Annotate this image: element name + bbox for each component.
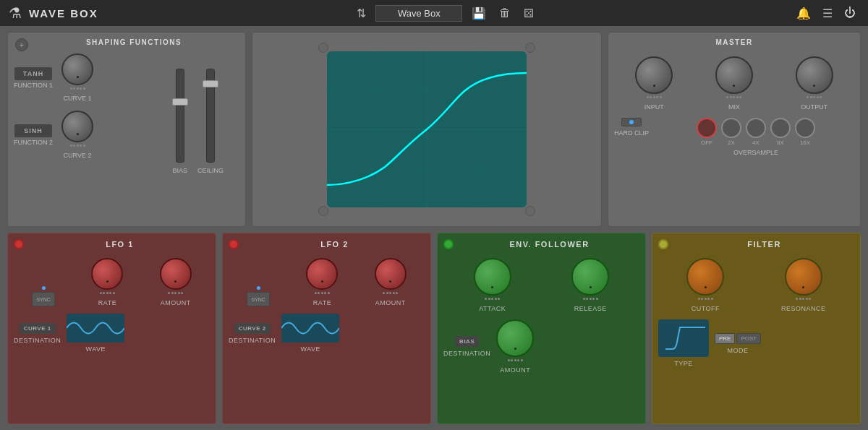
filter-resonance-label: RESONANCE bbox=[781, 305, 826, 312]
ceiling-label: CEILING bbox=[197, 167, 224, 174]
lfo1-sync-col: SYNC SYNC bbox=[32, 286, 55, 306]
lfo2-sync-button[interactable]: SYNC bbox=[247, 292, 270, 306]
filter-knobs-row: CUTOFF RESONANCE bbox=[658, 255, 854, 315]
input-arc bbox=[635, 96, 673, 102]
preset-updown-button[interactable]: ⇅ bbox=[353, 5, 370, 22]
filter-header: FILTER bbox=[658, 239, 854, 249]
filter-mode-pre-button[interactable]: PRE bbox=[715, 333, 735, 344]
env-bias-button[interactable]: BIAS bbox=[455, 336, 479, 347]
hard-clip-section: HARD CLIP bbox=[614, 118, 649, 156]
lfo1-sync-button[interactable]: SYNC bbox=[32, 292, 55, 306]
preset-name[interactable]: Wave Box bbox=[375, 5, 462, 22]
curve2-knob[interactable] bbox=[61, 111, 93, 142]
app-logo-icon: ⚗ bbox=[9, 4, 22, 22]
oversample-8x-ring bbox=[770, 118, 791, 138]
filter-mode-row: PRE POST bbox=[715, 333, 761, 344]
lfo1-led[interactable] bbox=[14, 239, 24, 249]
scope-corner-br bbox=[525, 206, 535, 216]
save-button[interactable]: 💾 bbox=[468, 5, 490, 22]
shaping-panel-icon[interactable]: + bbox=[15, 38, 28, 51]
filter-cutoff-label: CUTOFF bbox=[692, 305, 720, 312]
lfo2-rate-col: RATE bbox=[306, 258, 338, 306]
notifications-button[interactable]: 🔔 bbox=[793, 5, 814, 22]
input-knob-col: INPUT bbox=[635, 56, 673, 111]
env-release-label: RELEASE bbox=[574, 305, 607, 312]
env-attack-knob[interactable] bbox=[474, 258, 511, 296]
lfo1-curve-button[interactable]: CURVE 1 bbox=[20, 323, 56, 334]
hard-clip-led[interactable] bbox=[621, 118, 642, 126]
lfo1-amount-knob[interactable] bbox=[160, 258, 192, 290]
oversample-8x-btn[interactable]: 8X bbox=[770, 118, 791, 146]
power-button[interactable]: ⏻ bbox=[841, 5, 859, 21]
title-bar-center: ⇅ Wave Box 💾 🗑 ⚄ bbox=[106, 5, 786, 22]
curve1-knob[interactable] bbox=[61, 53, 93, 85]
mix-label: MIX bbox=[728, 103, 740, 111]
lfo1-amount-label: AMOUNT bbox=[161, 299, 191, 306]
lfo1-header: LFO 1 bbox=[14, 239, 210, 249]
filter-mode-post-button[interactable]: POST bbox=[736, 333, 761, 344]
mix-arc bbox=[715, 96, 753, 102]
oversample-off-label: OFF bbox=[701, 139, 712, 146]
lfo1-wave-display bbox=[67, 314, 124, 343]
oversample-2x-label: 2X bbox=[728, 139, 735, 146]
env-destination-label: DESTINATION bbox=[443, 350, 490, 357]
lfo2-rate-knob[interactable] bbox=[306, 258, 338, 290]
oversample-title: OVERSAMPLE bbox=[733, 149, 778, 156]
randomize-button[interactable]: ⚄ bbox=[520, 5, 537, 22]
scope-screen bbox=[327, 51, 527, 207]
oversample-off-btn[interactable]: OFF bbox=[697, 118, 717, 146]
scope-container bbox=[318, 43, 535, 216]
filter-panel: FILTER CUTOFF bbox=[652, 233, 861, 424]
filter-type-label: TYPE bbox=[674, 360, 693, 367]
filter-type-display bbox=[658, 319, 709, 357]
function1-button[interactable]: TANH bbox=[14, 67, 52, 80]
app-name: WAVE BOX bbox=[29, 7, 98, 20]
lfo1-amount-col: AMOUNT bbox=[160, 258, 192, 306]
shaping-panel-title: SHAPING FUNCTIONS bbox=[28, 38, 239, 46]
filter-led[interactable] bbox=[658, 239, 668, 249]
oversample-2x-btn[interactable]: 2X bbox=[721, 118, 741, 146]
lfo2-amount-knob[interactable] bbox=[375, 258, 407, 290]
filter-title: FILTER bbox=[674, 240, 854, 249]
oversample-4x-ring bbox=[746, 118, 766, 138]
output-knob[interactable] bbox=[796, 56, 833, 94]
ceiling-slider[interactable]: CEILING bbox=[197, 69, 224, 177]
filter-cutoff-col: CUTOFF bbox=[686, 258, 724, 312]
lfo2-amount-arc bbox=[375, 292, 407, 298]
oversample-off-ring bbox=[697, 118, 717, 138]
env-bias-dest-col: BIAS DESTINATION bbox=[443, 336, 490, 357]
oversample-16x-btn[interactable]: 16X bbox=[795, 118, 815, 146]
function2-button[interactable]: SINH bbox=[14, 124, 52, 137]
menu-button[interactable]: ☰ bbox=[819, 5, 836, 22]
env-amount-knob[interactable] bbox=[496, 319, 534, 357]
bias-slider[interactable]: BIAS bbox=[172, 69, 187, 177]
lfo2-amount-col: AMOUNT bbox=[375, 258, 407, 306]
env-release-knob[interactable] bbox=[571, 258, 609, 296]
lfo1-destination-label: DESTINATION bbox=[14, 337, 61, 344]
bottom-row: LFO 1 SYNC SYNC bbox=[7, 233, 861, 424]
env-led[interactable] bbox=[443, 239, 454, 249]
lfo2-led[interactable] bbox=[229, 239, 239, 249]
lfo1-wave-label: WAVE bbox=[86, 345, 106, 353]
mix-knob[interactable] bbox=[715, 56, 753, 94]
env-attack-label: ATTACK bbox=[479, 305, 506, 312]
filter-cutoff-knob[interactable] bbox=[686, 258, 724, 296]
function2-label: FUNCTION 2 bbox=[14, 139, 53, 146]
oversample-2x-ring bbox=[721, 118, 741, 138]
input-knob[interactable] bbox=[635, 56, 673, 94]
curve2-label: CURVE 2 bbox=[64, 152, 92, 159]
lfo2-curve-button[interactable]: CURVE 2 bbox=[234, 323, 271, 334]
bias-label: BIAS bbox=[172, 167, 187, 174]
env-release-arc bbox=[571, 298, 609, 304]
env-release-col: RELEASE bbox=[571, 258, 609, 312]
curve2-knob-col: CURVE 2 bbox=[61, 111, 93, 159]
lfo1-amount-arc bbox=[160, 292, 192, 298]
lfo1-rate-knob[interactable] bbox=[91, 258, 123, 290]
oversample-4x-btn[interactable]: 4X bbox=[746, 118, 766, 146]
lfo2-sync-led bbox=[257, 286, 260, 290]
lfo2-rate-label: RATE bbox=[313, 299, 331, 306]
filter-resonance-knob[interactable] bbox=[785, 258, 822, 296]
delete-button[interactable]: 🗑 bbox=[495, 5, 514, 21]
scope-panel bbox=[252, 32, 602, 227]
env-amount-arc bbox=[496, 359, 534, 365]
